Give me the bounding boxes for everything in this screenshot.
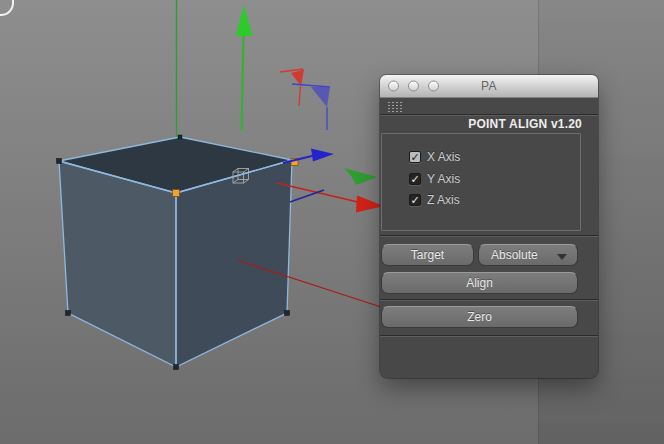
checkbox-row-y-axis[interactable]: ✓ Y Axis [409,172,460,186]
blue-wire-gizmo-icon [292,84,330,130]
point-align-window: PA POINT ALIGN v1.20 ✓ X Axis ✓ Y Axis ✓ [380,75,598,378]
x-axis-checkbox[interactable]: ✓ [409,151,421,163]
minimize-button[interactable] [408,81,419,92]
vertex-top-left[interactable] [57,159,62,164]
y-axis-checkbox[interactable]: ✓ [409,173,421,185]
z-axis-checkbox[interactable]: ✓ [409,194,421,206]
vertex-bottom-left[interactable] [66,311,71,316]
x-axis-arrow-icon[interactable] [277,183,384,213]
window-titlebar[interactable]: PA [380,75,598,98]
separator [380,335,598,337]
cube[interactable] [57,135,299,370]
vertex-bottom-front[interactable] [174,365,179,370]
red-wire-gizmo-icon [280,69,304,106]
separator [380,235,598,237]
blue-segment [290,190,324,202]
z-axis-label: Z Axis [427,193,460,207]
zoom-button[interactable] [428,81,439,92]
align-button[interactable]: Align [381,272,578,294]
y-axis-label: Y Axis [427,172,460,186]
mode-dropdown-value: Absolute [491,248,538,262]
separator [380,114,598,116]
window-body: POINT ALIGN v1.20 ✓ X Axis ✓ Y Axis ✓ Z … [380,98,598,378]
cube-face-right[interactable] [176,160,292,367]
mode-dropdown[interactable]: Absolute [478,244,578,266]
x-axis-label: X Axis [427,150,460,164]
checkbox-row-x-axis[interactable]: ✓ X Axis [409,150,460,164]
separator [380,299,598,301]
cube-face-left[interactable] [59,161,176,367]
green-chevron-icon [344,168,377,185]
vertex-top-back[interactable] [178,135,182,139]
grip-row [380,98,598,114]
z-axis-arrow-icon[interactable] [283,149,334,164]
axis-groupbox: ✓ X Axis ✓ Y Axis ✓ Z Axis [381,133,581,231]
chevron-down-icon [557,254,567,260]
vertex-bottom-right[interactable] [285,311,290,316]
target-button[interactable]: Target [381,244,474,266]
y-axis-arrow-icon[interactable] [236,5,253,131]
zero-button[interactable]: Zero [381,306,578,328]
vertex-selected-front[interactable] [173,190,180,197]
drag-grip-icon[interactable] [387,101,403,112]
viewport[interactable]: PA POINT ALIGN v1.20 ✓ X Axis ✓ Y Axis ✓ [0,0,664,444]
plugin-title: POINT ALIGN v1.20 [380,117,598,133]
close-button[interactable] [388,81,399,92]
checkbox-row-z-axis[interactable]: ✓ Z Axis [409,193,460,207]
